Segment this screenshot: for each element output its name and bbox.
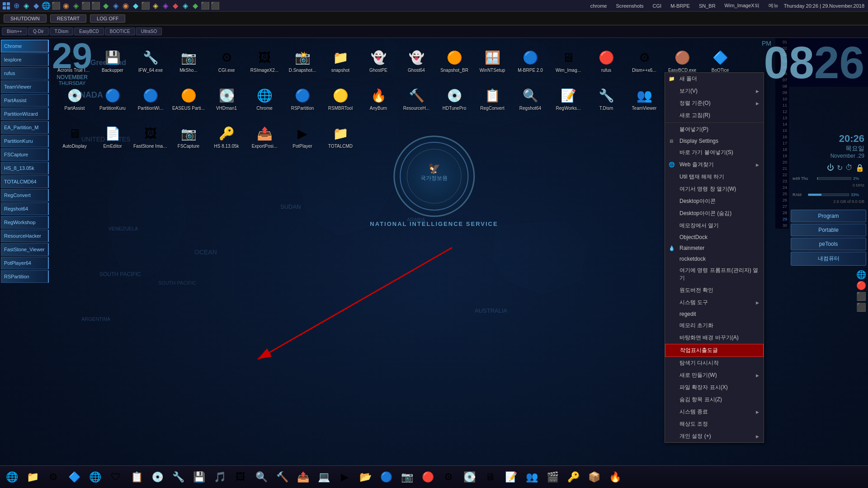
taskbar-icon-12[interactable]: ◉ — [121, 1, 130, 10]
ctx-item-26[interactable]: 숨김 항목 표시(Z) — [665, 394, 764, 406]
desktop-icon-0[interactable]: 🛡Acronis True Image — [57, 42, 93, 79]
bottom-icon-24[interactable]: 📝 — [501, 467, 521, 487]
desktop-icon-40[interactable]: 🔑HS 8.13.05k — [208, 118, 245, 155]
bottom-icon-29[interactable]: 🔥 — [605, 467, 625, 487]
sidebar-item-rufus[interactable]: rufus — [1, 67, 49, 80]
bottom-icon-28[interactable]: 📦 — [584, 467, 604, 487]
ctx-item-7[interactable]: 🌐Web 즐겨찾기 — [665, 159, 764, 171]
desktop-icon-23[interactable]: 🌐Chrome — [246, 80, 283, 117]
bottom-icon-13[interactable]: 🔨 — [272, 467, 292, 487]
ctx-item-16[interactable]: 여기에 명령 프롬프트(관리자) 열기 — [665, 264, 764, 284]
ctx-item-13[interactable]: ObjectDock — [665, 232, 764, 243]
desktop-icon-2[interactable]: 🔧IFW_64.exe — [132, 42, 169, 79]
ctx-item-5[interactable]: 🖥Display Settings — [665, 136, 764, 146]
desktop-icon-36[interactable]: 🖥AutoDisplay — [57, 118, 93, 155]
restart-button[interactable]: RESTART — [50, 14, 86, 23]
sidebar-item-regconvert[interactable]: RegConvert — [1, 189, 49, 202]
ctx-item-10[interactable]: Desktop아이콘 — [665, 195, 764, 207]
desktop-icon-21[interactable]: 🟠EASEUS Parti... — [170, 80, 207, 117]
bottom-icon-17[interactable]: 📂 — [355, 467, 375, 487]
ctx-item-21[interactable]: 바탕화면 배경 바꾸기(A) — [665, 332, 764, 344]
bottom-icon-26[interactable]: 🎬 — [542, 467, 562, 487]
desktop-icon-11[interactable]: 🪟WinNTSetup — [474, 42, 510, 79]
ctx-item-8[interactable]: Util 탭재 해제 하기 — [665, 171, 764, 183]
bottom-icon-23[interactable]: 🖥 — [480, 467, 500, 487]
desktop-icon-32[interactable]: 🔧T.Dism — [588, 80, 624, 117]
sidebar-item-faststone[interactable]: FastStone_Viewer — [1, 243, 49, 256]
taskbar-icon-9[interactable]: ⬛ — [91, 1, 100, 10]
desktop-icon-42[interactable]: ▶PotPlayer — [284, 118, 321, 155]
bottom-icon-22[interactable]: 💽 — [459, 467, 479, 487]
petools-button[interactable]: peTools — [791, 238, 866, 250]
ql-easybcd[interactable]: EasyBCD — [74, 28, 104, 35]
bottom-icon-0[interactable]: 🌐 — [2, 467, 22, 487]
bottom-icon-15[interactable]: 💻 — [314, 467, 334, 487]
bottom-icon-11[interactable]: 🖼 — [231, 467, 250, 487]
ctx-item-29[interactable]: 개인 설정 (+) — [665, 430, 764, 442]
taskbar-icon-17[interactable]: ◆ — [171, 1, 180, 10]
sidebar-item-regworkshop[interactable]: RegWorkshop — [1, 216, 49, 229]
bottom-icon-6[interactable]: 📋 — [127, 467, 146, 487]
ctx-item-25[interactable]: 파일 확장자 표시(X) — [665, 381, 764, 394]
logoff-button[interactable]: LOG OFF — [90, 14, 125, 23]
right-icon-2[interactable]: 🔴 — [856, 281, 866, 291]
bottom-icon-4[interactable]: 🌐 — [85, 467, 105, 487]
desktop-icon-38[interactable]: 🖼FastStone Image... — [132, 118, 169, 155]
power-icon[interactable]: ⏻ — [827, 164, 834, 172]
sidebar-item-chrome[interactable]: Chrome — [1, 40, 49, 52]
desktop-icon-25[interactable]: 🟡RSMBRTool — [322, 80, 359, 117]
taskbar-icon-5[interactable]: ⬛ — [52, 1, 61, 10]
desktop-icon-37[interactable]: 📄EmEditor — [94, 118, 131, 155]
bottom-icon-14[interactable]: 📤 — [293, 467, 313, 487]
ql-ultraso[interactable]: UltraSO — [136, 28, 162, 35]
desktop-icon-30[interactable]: 🔍Regshot64 — [512, 80, 548, 117]
sidebar-item-partitionwizard[interactable]: PartitionWizard — [1, 108, 49, 120]
taskbar-icon-7[interactable]: ◈ — [71, 1, 80, 10]
ql-bootice[interactable]: BOOTICE — [105, 28, 135, 35]
ctx-item-28[interactable]: 해상도 조정 — [665, 418, 764, 430]
taskbar-icon-13[interactable]: ◆ — [131, 1, 140, 10]
taskbar-icon-15[interactable]: ◈ — [151, 1, 160, 10]
taskbar-icon-21[interactable]: ⬛ — [211, 1, 220, 10]
ql-qdir[interactable]: Q-Dir — [28, 28, 49, 35]
bottom-icon-3[interactable]: 🔷 — [64, 467, 84, 487]
desktop-icon-19[interactable]: 🔵PartitionKuru — [94, 80, 131, 117]
taskbar-icon-19[interactable]: ◆ — [191, 1, 200, 10]
ctx-item-19[interactable]: regedit — [665, 309, 764, 319]
bottom-icon-9[interactable]: 💾 — [189, 467, 209, 487]
desktop-icon-13[interactable]: 🖥Wim_Imag... — [550, 42, 586, 79]
shutdown-button[interactable]: SHUTDOWN — [4, 14, 47, 23]
taskbar-icon-6[interactable]: ◉ — [61, 1, 71, 10]
menu-wim[interactable]: Wim_ImageX되 — [723, 1, 761, 10]
ctx-item-6[interactable]: 바로 가기 붙여넣기(S) — [665, 146, 764, 159]
portable-button[interactable]: Portable — [791, 224, 866, 236]
sidebar-item-totalcmd[interactable]: TOTALCMD64 — [1, 175, 49, 188]
ql-bism[interactable]: Bism++ — [2, 28, 27, 35]
ctx-item-17[interactable]: 원도버전 확인 — [665, 284, 764, 296]
desktop-icon-5[interactable]: 🖼RSImageX2... — [246, 42, 283, 79]
taskbar-icon-3[interactable]: ◆ — [32, 1, 41, 10]
desktop-icon-41[interactable]: 📤ExportPosi... — [246, 118, 283, 155]
taskbar-icon-16[interactable]: ◈ — [161, 1, 170, 10]
bottom-icon-27[interactable]: 🔑 — [563, 467, 583, 487]
sidebar-item-rspartition[interactable]: RSPartition — [1, 270, 49, 283]
desktop-icon-31[interactable]: 📝RegWorks... — [550, 80, 586, 117]
menu-extra[interactable]: 메뉴 — [767, 1, 780, 10]
bottom-icon-21[interactable]: ⚙ — [439, 467, 458, 487]
taskbar-icon-14[interactable]: ⬛ — [141, 1, 150, 10]
desktop-icon-4[interactable]: ⚙CGI.exe — [208, 42, 245, 79]
program-button[interactable]: Program — [791, 210, 866, 222]
menu-chrome[interactable]: chrome — [589, 2, 609, 9]
ctx-item-9[interactable]: 여기서 명령 창 열기(W) — [665, 183, 764, 195]
bottom-icon-25[interactable]: 👥 — [522, 467, 542, 487]
ctx-item-3[interactable]: 새로 고침(R) — [665, 109, 764, 122]
taskbar-icon-4[interactable]: 🌐 — [42, 1, 51, 10]
desktop-icon-3[interactable]: 📷MkSho... — [170, 42, 207, 79]
ctx-item-1[interactable]: 보기(V) — [665, 85, 764, 97]
bottom-icon-5[interactable]: 🛡 — [106, 467, 126, 487]
right-icon-3[interactable]: ⬛ — [856, 291, 866, 301]
desktop-icon-28[interactable]: 💿HDTunePro — [436, 80, 472, 117]
ctx-item-27[interactable]: 시스템 종료 — [665, 406, 764, 418]
sidebar-item-partitionkuru[interactable]: PartitionKuru — [1, 135, 49, 147]
sidebar-item-hs8[interactable]: HS_8_13.05k — [1, 162, 49, 174]
